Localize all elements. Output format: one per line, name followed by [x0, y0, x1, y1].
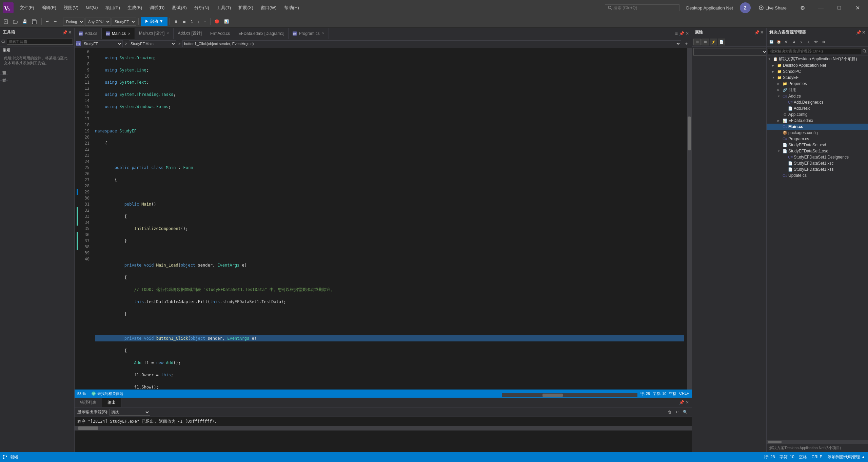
properties-object-select[interactable] [693, 48, 768, 56]
menu-tools[interactable]: 工具(T) [213, 3, 235, 12]
output-clear-button[interactable]: 🗑 [667, 410, 673, 415]
breakpoint-button[interactable]: 🔴 [213, 19, 221, 24]
maximize-button[interactable]: □ [831, 0, 847, 16]
open-button[interactable] [11, 19, 20, 25]
nav-expand-icon[interactable]: + [683, 41, 690, 46]
toolbox-search-input[interactable] [7, 39, 73, 45]
se-add-cs[interactable]: ▼ C# Add.cs [767, 93, 868, 99]
vertical-scrollbar[interactable] [687, 48, 692, 390]
debug-config-select[interactable]: Debug [63, 18, 84, 26]
stop-button[interactable]: ⏹ [180, 19, 188, 24]
se-add-designer-cs[interactable]: C# Add.Designer.cs [767, 99, 868, 105]
se-filter-btn[interactable]: ⊕ [820, 39, 827, 45]
perf-button[interactable]: 📊 [222, 19, 231, 24]
se-add-resx[interactable]: 📄 Add.resx [767, 105, 868, 111]
se-sync-btn[interactable]: 🔄 [768, 39, 775, 45]
se-update-cs[interactable]: C# Update.cs [767, 172, 868, 178]
search-box[interactable] [605, 4, 679, 11]
prop-alpha-btn[interactable]: ⊞ [702, 39, 709, 45]
menu-debug[interactable]: 调试(D) [146, 3, 168, 12]
tab-close-all-icon[interactable]: ✕ [686, 31, 689, 36]
toolbox-side-tab[interactable]: 工具箱 [0, 82, 8, 88]
menu-file[interactable]: 文件(F) [16, 3, 38, 12]
tab-add-design[interactable]: Add.cs [设计] [174, 28, 206, 39]
output-wrap-button[interactable]: ↵ [674, 410, 680, 415]
namespace-select[interactable]: StudyEF [82, 40, 123, 47]
se-dataset1-xsc[interactable]: 📄 StudyEFDataSet1.xsc [767, 160, 868, 166]
se-dataset1-designer[interactable]: C# StudyEFDataSet1.Designer.cs [767, 154, 868, 160]
se-program-cs[interactable]: C# Program.cs [767, 136, 868, 142]
se-solution-root[interactable]: ▼ 📋 解决方案'Desktop Application Net'(3个项目) [767, 56, 868, 62]
close-button[interactable]: ✕ [850, 0, 865, 16]
se-dataset-xsd[interactable]: 📄 StudyEFDataSet.xsd [767, 142, 868, 148]
se-properties-folder[interactable]: ▶ 📁 Properties [767, 81, 868, 87]
add-source-control[interactable]: 添加到源代码管理 ▲ [828, 454, 865, 460]
toolbox-pin-icon[interactable]: 📌 [62, 30, 67, 35]
se-close-icon[interactable]: ✕ [862, 30, 865, 35]
tab-main-design[interactable]: Main.cs [设计] ✕ [135, 28, 174, 39]
code-content[interactable]: using System.Drawing; using System.Linq;… [92, 48, 687, 390]
tab-pin-icon[interactable]: 📌 [679, 31, 684, 36]
properties-pin-icon[interactable]: 📌 [754, 30, 760, 35]
output-find-button[interactable]: 🔍 [682, 410, 689, 415]
save-all-button[interactable] [30, 19, 39, 25]
se-dataset1-xsd[interactable]: ▼ 📄 StudyEFDataSet1.xsd [767, 148, 868, 154]
server-explorer-tab[interactable]: 服务器资源管理器 [0, 75, 8, 81]
menu-git[interactable]: Git(G) [82, 3, 101, 12]
settings-icon-button[interactable]: ⚙ [795, 0, 810, 16]
se-search-input[interactable] [768, 48, 861, 54]
se-schoolpc-project[interactable]: ▶ 📁 SchoolPC [767, 68, 868, 75]
output-source-select[interactable]: 调试 [110, 409, 150, 416]
tab-efdata[interactable]: EFData.edmx [Diagram1] [234, 28, 289, 39]
start-debug-button[interactable]: ▶ 启动 ▼ [141, 17, 167, 26]
output-tab[interactable]: 输出 [102, 398, 121, 407]
menu-test[interactable]: 测试(S) [169, 3, 190, 12]
tab-frmadd[interactable]: FrmAdd.cs [206, 28, 234, 39]
se-studyef-project[interactable]: ▼ 📁 StudyEF [767, 75, 868, 81]
menu-edit[interactable]: 编辑(E) [38, 3, 60, 12]
tab-add-cs[interactable]: C# Add.cs [75, 28, 102, 39]
se-app-config[interactable]: ⚙ App.config [767, 111, 868, 118]
se-horizontal-scrollbar[interactable] [767, 440, 868, 444]
se-pin-icon[interactable]: 📌 [856, 30, 861, 35]
live-share-button[interactable]: Live Share [753, 5, 792, 10]
se-refresh-btn[interactable]: ↺ [783, 39, 790, 45]
menu-analyze[interactable]: 分析(N) [191, 3, 213, 12]
break-button[interactable]: ⏸ [172, 19, 180, 24]
se-view-btn[interactable]: 👁 [813, 39, 820, 45]
minimize-button[interactable]: — [813, 0, 829, 16]
se-main-cs[interactable]: C# Main.cs [767, 124, 868, 130]
menu-build[interactable]: 生成(B) [124, 3, 145, 12]
se-dataset1-xss[interactable]: 📄 StudyEFDataSet1.xss [767, 166, 868, 172]
panel-close-icon[interactable]: ✕ [686, 400, 689, 405]
prop-page-btn[interactable]: 📄 [718, 39, 725, 45]
undo-button[interactable]: ↩ [44, 19, 51, 24]
method-select[interactable]: button1_Click(object sender, EventArgs e… [182, 40, 681, 47]
tab-close-icon2[interactable]: ✕ [166, 31, 169, 35]
save-button[interactable]: 💾 [20, 19, 29, 24]
se-efdata-edmx[interactable]: ▶ 📊 EFData.edmx [767, 118, 868, 124]
class-select[interactable]: StudyEF.Main [129, 40, 176, 47]
menu-window[interactable]: 窗口(W) [257, 3, 280, 12]
platform-select[interactable]: Any CPU [85, 18, 111, 26]
tab-main-cs[interactable]: C# Main.cs ✕ [102, 28, 135, 39]
menu-help[interactable]: 帮助(H) [281, 3, 302, 12]
toolbox-close-icon[interactable]: ✕ [68, 30, 72, 35]
se-expand-btn[interactable]: ▷ [798, 39, 805, 45]
menu-view[interactable]: 视图(V) [60, 3, 82, 12]
tab-close-icon[interactable]: ✕ [128, 32, 131, 36]
user-avatar[interactable]: 2 [740, 2, 751, 13]
redo-button[interactable]: ↪ [52, 19, 59, 24]
project-select[interactable]: StudyEF [112, 18, 136, 26]
prop-event-btn[interactable]: ⚡ [710, 39, 717, 45]
step-out-button[interactable]: ↑ [202, 19, 208, 24]
se-desktop-project[interactable]: ▶ 📁 Desktop Application Net [767, 62, 868, 68]
step-over-button[interactable]: ⤵ [189, 19, 195, 24]
tab-close-icon3[interactable]: ✕ [322, 31, 324, 35]
search-input[interactable] [613, 5, 668, 10]
menu-project[interactable]: 项目(P) [102, 3, 123, 12]
new-project-button[interactable] [1, 19, 10, 25]
se-settings-btn[interactable]: ⚙ [790, 39, 797, 45]
tab-list-icon[interactable]: ≡ [675, 31, 678, 36]
prop-category-btn[interactable]: ⊞ [693, 39, 701, 45]
